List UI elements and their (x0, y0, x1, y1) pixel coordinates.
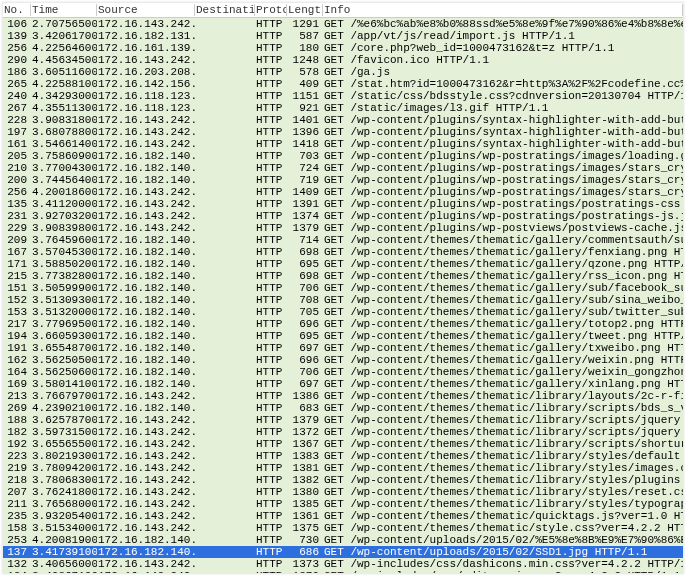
table-row[interactable]: 2534.20081900172.16.182.140.21HTTP730GET… (3, 534, 683, 546)
table-row[interactable]: 1693.58014100172.16.182.140.21HTTP697GET… (3, 378, 683, 390)
cell-time: 4.20018600 (31, 186, 97, 198)
cell-length: 1380 (287, 486, 323, 498)
table-row[interactable]: 1343.40867100172.16.143.242.131HTTP1370G… (3, 570, 683, 574)
table-row[interactable]: 2233.80219300172.16.143.242.131HTTP1383G… (3, 450, 683, 462)
header-row[interactable]: No. Time Source Destination Protocol Len… (3, 3, 683, 18)
table-row[interactable]: 2283.90831800172.16.143.242.131HTTP1401G… (3, 114, 683, 126)
table-row[interactable]: 1713.58850200172.16.182.140.21HTTP695GET… (3, 258, 683, 270)
table-row[interactable]: 2153.77382800172.16.182.140.21HTTP698GET… (3, 270, 683, 282)
cell-no: 167 (3, 246, 31, 258)
table-row[interactable]: 2003.74456400172.16.182.140.21HTTP719GET… (3, 174, 683, 186)
cell-source: 172.16.182.140.21 (97, 306, 195, 318)
table-row[interactable]: 1883.62578700172.16.143.242.131HTTP1379G… (3, 414, 683, 426)
col-source[interactable]: Source (97, 3, 195, 18)
table-row[interactable]: 2564.22564600172.16.161.139.103HTTP180GE… (3, 42, 683, 54)
cell-info: GET /wp-content/themes/thematic/gallery/… (323, 234, 683, 246)
col-protocol[interactable]: Protocol (255, 3, 287, 18)
table-row[interactable]: 1323.40656000172.16.143.242.131HTTP1373G… (3, 558, 683, 570)
cell-destination (195, 342, 255, 354)
cell-info: GET /wp-content/themes/thematic/library/… (323, 402, 683, 414)
col-no[interactable]: No. (3, 3, 31, 18)
cell-no: 209 (3, 234, 31, 246)
table-row[interactable]: 1062.70756500172.16.143.242.131HTTP1291G… (3, 18, 683, 31)
col-time[interactable]: Time (31, 3, 97, 18)
packet-list-panel[interactable]: No. Time Source Destination Protocol Len… (2, 2, 684, 574)
table-row[interactable]: 2093.76459600172.16.182.140.21HTTP714GET… (3, 234, 683, 246)
table-row[interactable]: 2133.76679700172.16.143.242.131HTTP1386G… (3, 390, 683, 402)
cell-time: 3.60511600 (31, 66, 97, 78)
table-row[interactable]: 1353.41120000172.16.143.242.131HTTP1391G… (3, 198, 683, 210)
cell-time: 3.77004300 (31, 162, 97, 174)
table-row[interactable]: 1623.56250500172.16.182.140.21HTTP696GET… (3, 354, 683, 366)
table-row[interactable]: 2293.90839800172.16.143.242.131HTTP1379G… (3, 222, 683, 234)
cell-info: GET /wp-content/themes/thematic/gallery/… (323, 366, 683, 378)
cell-destination (195, 510, 255, 522)
table-row[interactable]: 1973.68078800172.16.143.242.131HTTP1396G… (3, 126, 683, 138)
table-row[interactable]: 2564.20018600172.16.143.242.131HTTP1409G… (3, 186, 683, 198)
table-row[interactable]: 1393.42061700172.16.182.131.30HTTP587GET… (3, 30, 683, 42)
cell-length: 696 (287, 354, 323, 366)
cell-source: 172.16.143.242.131 (97, 498, 195, 510)
table-row[interactable]: 1533.51320000172.16.182.140.21HTTP705GET… (3, 306, 683, 318)
cell-source: 172.16.182.140.21 (97, 246, 195, 258)
cell-source: 172.16.182.140.21 (97, 162, 195, 174)
cell-info: GET /wp-content/themes/thematic/library/… (323, 486, 683, 498)
cell-destination (195, 78, 255, 90)
cell-source: 172.16.118.123.21 (97, 90, 195, 102)
cell-info: GET /core.php?web_id=1000473162&t=z HTTP… (323, 42, 683, 54)
table-row[interactable]: 2173.77969500172.16.182.140.21HTTP696GET… (3, 318, 683, 330)
table-row[interactable]: 2353.93205400172.16.143.242.131HTTP1361G… (3, 510, 683, 522)
table-row[interactable]: 1823.59731500172.16.143.242.131HTTP1372G… (3, 426, 683, 438)
table-row[interactable]: 2183.78068300172.16.143.242.131HTTP1382G… (3, 474, 683, 486)
table-row[interactable]: 2674.35511300172.16.118.123.21HTTP921GET… (3, 102, 683, 114)
cell-destination (195, 570, 255, 574)
table-row[interactable]: 2904.45634500172.16.143.242.131HTTP1248G… (3, 54, 683, 66)
cell-time: 3.58850200 (31, 258, 97, 270)
table-row[interactable]: 1613.54661400172.16.143.242.131HTTP1418G… (3, 138, 683, 150)
cell-destination (195, 222, 255, 234)
cell-time: 2.70756500 (31, 18, 97, 31)
cell-no: 256 (3, 186, 31, 198)
cell-destination (195, 138, 255, 150)
cell-destination (195, 306, 255, 318)
cell-protocol: HTTP (255, 438, 287, 450)
table-row[interactable]: 1523.51309300172.16.182.140.21HTTP708GET… (3, 294, 683, 306)
table-row[interactable]: 1673.57045300172.16.182.140.21HTTP698GET… (3, 246, 683, 258)
table-row[interactable]: 1373.41739100172.16.182.140.21HTTP686GET… (3, 546, 683, 558)
cell-no: 265 (3, 78, 31, 90)
table-row[interactable]: 1863.60511600172.16.203.208.50HTTP578GET… (3, 66, 683, 78)
col-length[interactable]: Length (287, 3, 323, 18)
table-row[interactable]: 2404.34293000172.16.118.123.21HTTP1151GE… (3, 90, 683, 102)
cell-time: 3.68078800 (31, 126, 97, 138)
col-destination[interactable]: Destination (195, 3, 255, 18)
table-row[interactable]: 1913.65548700172.16.182.140.21HTTP697GET… (3, 342, 683, 354)
cell-source: 172.16.143.242.131 (97, 522, 195, 534)
cell-protocol: HTTP (255, 282, 287, 294)
table-row[interactable]: 2053.75860900172.16.182.140.21HTTP703GET… (3, 150, 683, 162)
cell-info: GET /wp-content/plugins/syntax-highlight… (323, 126, 683, 138)
table-row[interactable]: 2073.76241800172.16.143.242.131HTTP1380G… (3, 486, 683, 498)
cell-source: 172.16.143.242.131 (97, 222, 195, 234)
table-row[interactable]: 1923.65565500172.16.143.242.131HTTP1367G… (3, 438, 683, 450)
cell-destination (195, 354, 255, 366)
cell-source: 172.16.143.242.131 (97, 414, 195, 426)
table-row[interactable]: 2113.76568000172.16.143.242.131HTTP1385G… (3, 498, 683, 510)
table-row[interactable]: 1643.56250600172.16.182.140.21HTTP706GET… (3, 366, 683, 378)
cell-destination (195, 102, 255, 114)
table-row[interactable]: 2103.77004300172.16.182.140.21HTTP724GET… (3, 162, 683, 174)
table-row[interactable]: 1943.66059300172.16.182.140.21HTTP695GET… (3, 330, 683, 342)
cell-no: 197 (3, 126, 31, 138)
cell-length: 724 (287, 162, 323, 174)
cell-info: GET /wp-content/themes/thematic/library/… (323, 414, 683, 426)
cell-time: 3.65565500 (31, 438, 97, 450)
table-row[interactable]: 1513.50599900172.16.182.140.21HTTP706GET… (3, 282, 683, 294)
table-row[interactable]: 1583.51534000172.16.143.242.131HTTP1375G… (3, 522, 683, 534)
cell-time: 4.22588100 (31, 78, 97, 90)
table-row[interactable]: 2313.92703200172.16.143.242.131HTTP1374G… (3, 210, 683, 222)
cell-protocol: HTTP (255, 486, 287, 498)
col-info[interactable]: Info (323, 3, 683, 18)
table-row[interactable]: 2193.78094200172.16.143.242.131HTTP1381G… (3, 462, 683, 474)
table-row[interactable]: 2654.22588100172.16.142.156.140HTTP409GE… (3, 78, 683, 90)
table-row[interactable]: 2694.23902100172.16.182.140.21HTTP683GET… (3, 402, 683, 414)
packet-table[interactable]: No. Time Source Destination Protocol Len… (3, 3, 683, 574)
